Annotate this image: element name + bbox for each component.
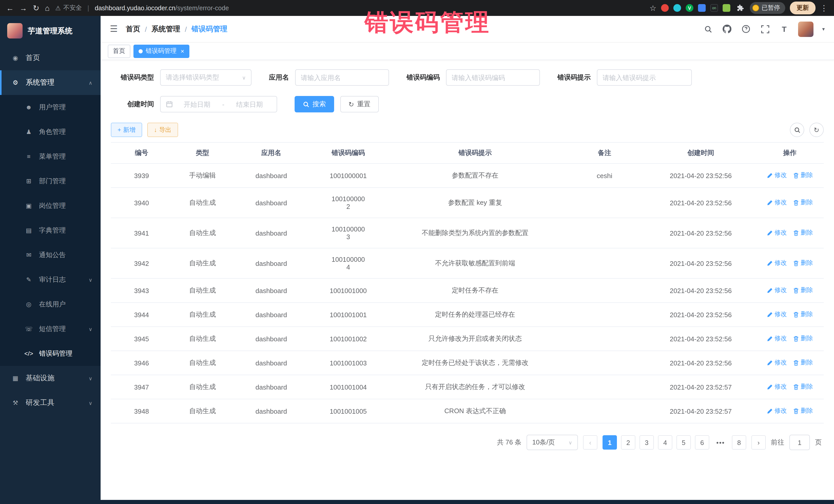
edit-link[interactable]: 修改 <box>767 334 787 343</box>
page-button-2[interactable]: 2 <box>621 435 635 450</box>
breadcrumb-system[interactable]: 系统管理 <box>151 24 180 34</box>
app-frame: 芋道管理系统 ◉首页⚙系统管理∧☻用户管理♟角色管理≡菜单管理⊞部门管理▣岗位管… <box>0 16 834 500</box>
sidebar-item-roles[interactable]: ♟角色管理 <box>0 119 101 144</box>
date-separator: - <box>221 100 225 108</box>
sidebar-item-posts[interactable]: ▣岗位管理 <box>0 194 101 218</box>
sidebar-item-devtools[interactable]: ⚒研发工具∨ <box>0 391 101 415</box>
delete-link[interactable]: 删除 <box>793 382 813 391</box>
sidebar-item-audit-logs[interactable]: ✎审计日志∨ <box>0 267 101 292</box>
error-hint-input[interactable] <box>602 74 686 81</box>
help-icon[interactable] <box>741 24 751 34</box>
extension-icon[interactable]: on <box>710 4 718 12</box>
prev-page-button[interactable]: ‹ <box>583 435 597 450</box>
edit-link[interactable]: 修改 <box>767 198 787 207</box>
sidebar-item-online-users[interactable]: ◎在线用户 <box>0 292 101 317</box>
tab-error-code[interactable]: 错误码管理 × <box>133 44 190 58</box>
sidebar-item-home[interactable]: ◉首页 <box>0 46 101 70</box>
date-range-picker[interactable]: - <box>160 96 277 112</box>
sidebar-item-error-codes[interactable]: </>错误码管理 <box>0 341 101 366</box>
refresh-table-button[interactable]: ↻ <box>809 123 824 137</box>
error-code-input[interactable] <box>452 74 534 81</box>
address-bar[interactable]: dashboard.yudao.iocoder.cn/system/error-… <box>95 4 229 12</box>
search-icon[interactable] <box>703 24 714 34</box>
extension-icon[interactable]: V <box>686 4 694 12</box>
breadcrumb-home[interactable]: 首页 <box>126 24 140 34</box>
sidebar-item-dicts[interactable]: ▤字典管理 <box>0 218 101 243</box>
delete-link[interactable]: 删除 <box>793 229 813 237</box>
sidebar-item-system[interactable]: ⚙系统管理∧ <box>0 70 101 95</box>
edit-link[interactable]: 修改 <box>767 286 787 295</box>
edit-link[interactable]: 修改 <box>767 171 787 180</box>
edit-link[interactable]: 修改 <box>767 382 787 391</box>
user-avatar[interactable] <box>798 21 813 37</box>
sidebar-item-users[interactable]: ☻用户管理 <box>0 95 101 119</box>
delete-link[interactable]: 删除 <box>793 259 813 268</box>
extension-icon[interactable] <box>723 4 730 12</box>
sidebar-item-menus[interactable]: ≡菜单管理 <box>0 144 101 169</box>
error-type-select[interactable]: 请选择错误码类型 ∨ <box>160 69 251 86</box>
menu-dots-icon[interactable]: ⋮ <box>820 4 828 12</box>
toggle-search-button[interactable] <box>790 123 804 137</box>
font-size-icon[interactable]: T <box>779 24 789 34</box>
bookmark-star-icon[interactable]: ☆ <box>650 4 656 12</box>
github-icon[interactable] <box>722 24 732 34</box>
close-icon[interactable]: × <box>181 47 184 54</box>
start-date-input[interactable] <box>175 100 219 108</box>
goto-page-input[interactable] <box>789 435 810 450</box>
delete-link[interactable]: 删除 <box>793 171 813 180</box>
delete-link[interactable]: 删除 <box>793 310 813 319</box>
page-size-select[interactable]: 10条/页 ∨ <box>527 435 578 450</box>
extensions-puzzle-icon[interactable] <box>735 3 745 13</box>
forward-icon[interactable]: → <box>20 4 27 12</box>
delete-link[interactable]: 删除 <box>793 407 813 415</box>
browser-update-button[interactable]: 更新 <box>790 2 815 14</box>
page-button-3[interactable]: 3 <box>639 435 654 450</box>
home-icon[interactable]: ⌂ <box>45 4 49 12</box>
hamburger-icon[interactable]: ☰ <box>110 24 118 35</box>
delete-link[interactable]: 删除 <box>793 334 813 343</box>
tab-home[interactable]: 首页 <box>108 44 130 58</box>
add-button[interactable]: + 新增 <box>111 123 142 137</box>
edit-link[interactable]: 修改 <box>767 407 787 415</box>
page-button-8[interactable]: 8 <box>732 435 746 450</box>
more-pages-button[interactable]: ••• <box>714 435 728 450</box>
fullscreen-icon[interactable] <box>760 24 770 34</box>
reload-icon[interactable]: ↻ <box>33 4 39 12</box>
sidebar-item-depts[interactable]: ⊞部门管理 <box>0 169 101 194</box>
app-logo[interactable]: 芋道管理系统 <box>0 16 101 46</box>
extension-icon[interactable] <box>673 4 681 12</box>
profile-paused-badge[interactable]: 已暂停 <box>750 2 785 14</box>
search-button[interactable]: 搜索 <box>294 96 334 112</box>
sidebar-item-notices[interactable]: ✉通知公告 <box>0 243 101 267</box>
edit-link[interactable]: 修改 <box>767 229 787 237</box>
end-date-input[interactable] <box>227 100 271 108</box>
reset-button[interactable]: ↻ 重置 <box>340 96 379 112</box>
app-name-input[interactable] <box>301 74 383 81</box>
cell-app: dashboard <box>233 399 310 423</box>
export-button[interactable]: ↓ 导出 <box>147 123 178 137</box>
address-divider: | <box>88 4 89 12</box>
edit-link[interactable]: 修改 <box>767 259 787 268</box>
edit-link[interactable]: 修改 <box>767 358 787 367</box>
sidebar-item-infra[interactable]: ▦基础设施∨ <box>0 366 101 391</box>
back-icon[interactable]: ← <box>6 4 14 12</box>
cell-actions: 修改删除 <box>756 399 824 423</box>
security-warning[interactable]: ⚠ 不安全 <box>55 4 82 12</box>
gear-icon: ⚙ <box>10 79 21 86</box>
table-row: 3940自动生成dashboard1001000002参数配置 key 重复20… <box>111 188 824 218</box>
extension-icon[interactable] <box>661 4 669 12</box>
page-button-4[interactable]: 4 <box>658 435 672 450</box>
sidebar-item-sms[interactable]: ☏短信管理∨ <box>0 317 101 341</box>
extension-icon[interactable] <box>698 4 706 12</box>
cell-type: 自动生成 <box>172 327 233 351</box>
next-page-button[interactable]: › <box>751 435 766 450</box>
edit-link[interactable]: 修改 <box>767 310 787 319</box>
avatar-caret-icon[interactable]: ▾ <box>822 26 825 32</box>
page-button-6[interactable]: 6 <box>695 435 709 450</box>
delete-link[interactable]: 删除 <box>793 286 813 295</box>
page-button-5[interactable]: 5 <box>676 435 691 450</box>
page-button-1[interactable]: 1 <box>602 435 617 450</box>
delete-link[interactable]: 删除 <box>793 358 813 367</box>
delete-link[interactable]: 删除 <box>793 198 813 207</box>
filter-error-code: 错误码编码 <box>407 69 540 86</box>
